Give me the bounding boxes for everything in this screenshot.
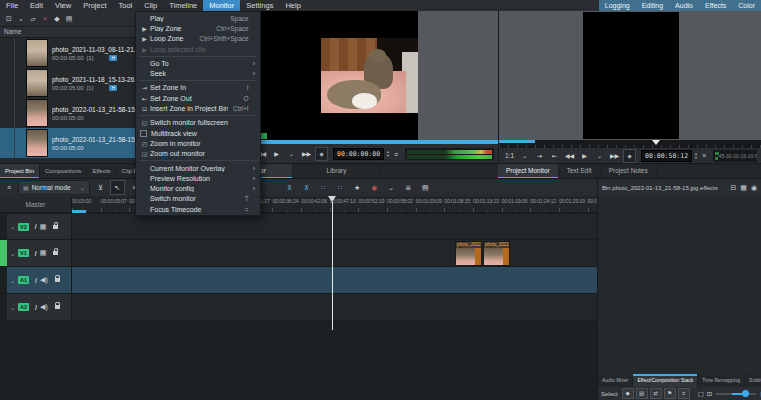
timeline-track[interactable]: ⌄ A1 / ◀) (0, 267, 597, 294)
menu-item[interactable]: Play Space › (136, 13, 260, 23)
track-header[interactable]: ⌄ A2 / ◀) (0, 294, 72, 321)
zone-in-button[interactable]: ⇥ (533, 149, 546, 163)
menubar-item[interactable]: Monitor (203, 0, 240, 11)
pan-monitor-button[interactable]: ◈ (315, 147, 328, 161)
play-button[interactable]: ▶ (578, 149, 591, 163)
zoom-frame-button[interactable]: ⊡ (707, 390, 712, 398)
show-effects-icon[interactable]: ◉ (751, 184, 757, 192)
clip-thumbnail[interactable] (26, 39, 48, 67)
clip-thumbnail[interactable] (26, 69, 48, 97)
track-lane[interactable] (72, 294, 597, 321)
menu-item[interactable]: ▶ Loop Zone Ctrl+Shift+Space › (136, 34, 260, 44)
mix-clips-button[interactable]: ⊼ (283, 184, 296, 192)
track-lane[interactable] (72, 267, 597, 294)
chevron-down-icon[interactable]: ⌄ (10, 223, 15, 230)
play-options-chevron[interactable]: ⌄ (593, 149, 606, 163)
chevron-down-icon[interactable]: ⌄ (10, 277, 15, 284)
edit-track-icon[interactable]: / (35, 277, 37, 284)
workspace-button[interactable]: Color (732, 0, 761, 11)
bin-tab[interactable]: Project Bin (0, 164, 40, 179)
menu-item[interactable]: Focus Timecode = › (136, 204, 260, 214)
menu-item[interactable]: ⇤ Set Zone Out O › (136, 93, 260, 103)
timeline-settings-icon[interactable]: ≡ (3, 184, 15, 191)
menu-item[interactable]: ⇥ Set Zone In I › (136, 83, 260, 93)
edit-mode-combobox[interactable]: ▤ Normal mode ⌄ (18, 180, 90, 195)
menubar-item[interactable]: Clip (138, 0, 163, 11)
add-clip-button[interactable]: ⊡ (3, 15, 15, 23)
menubar-item[interactable]: Tool (113, 0, 139, 11)
effect-panel-tab[interactable]: Time Remapping (698, 374, 745, 387)
menu-item[interactable]: ◰ Zoom in monitor › (136, 138, 260, 148)
menubar-item[interactable]: Project (77, 0, 112, 11)
track-header[interactable]: ⌄ V1 / ▦ (0, 240, 72, 267)
workspace-button[interactable]: Logging (599, 0, 636, 11)
monitor-menu-icon[interactable]: ≡ (394, 151, 398, 158)
select-tool-button[interactable]: ↖ (110, 180, 125, 195)
zoom-slider-handle[interactable] (742, 390, 749, 397)
monitor-zoom-level[interactable]: 1:1 (503, 149, 516, 163)
clip-monitor-timecode[interactable]: 00:00:00:00 (333, 148, 384, 160)
tag-button[interactable]: ◆ (51, 15, 63, 23)
play-button[interactable]: ▶ (270, 147, 283, 161)
timeline-zone-bar[interactable] (72, 210, 86, 213)
save-effect-stack-icon[interactable]: ⊟ (730, 184, 736, 192)
project-monitor-tab[interactable]: Project Notes (601, 164, 657, 179)
record-options-chevron[interactable]: ⌄ (385, 184, 398, 192)
workspace-button[interactable]: Audio (669, 0, 699, 11)
zoom-level-chevron[interactable]: ⌄ (518, 149, 531, 163)
flag-button[interactable]: ⚑ (664, 388, 676, 399)
track-name-badge[interactable]: V2 (18, 223, 29, 231)
save-stack-button[interactable]: ▤ (636, 388, 648, 399)
play-options-chevron[interactable]: ⌄ (285, 147, 298, 161)
clip-thumbnail[interactable] (26, 99, 48, 127)
effect-panel-tab[interactable]: Audio Mixer (598, 374, 633, 387)
insert-zone-button[interactable]: ⊼ (300, 184, 313, 192)
mix-tool-button[interactable]: ⊻ (93, 180, 108, 195)
timeline-clip[interactable]: photo_2022-01-13_21-58-15.jpg (455, 241, 482, 266)
subtitle-button[interactable]: ▤ (419, 184, 432, 192)
menu-item[interactable]: ◲ Zoom out monitor › (136, 149, 260, 159)
clip-thumbnail[interactable] (26, 129, 48, 157)
workspace-button[interactable]: Editing (636, 0, 669, 11)
zone-out-button[interactable]: ⇤ (548, 149, 561, 163)
master-track-button[interactable]: Master (0, 196, 72, 213)
project-monitor-timecode[interactable]: 00:00:50:12 (641, 150, 692, 162)
favorite-effects-button[interactable]: ★ (351, 184, 364, 192)
monitor-tab[interactable]: Library (293, 164, 381, 179)
menubar-item[interactable]: Timeline (163, 0, 203, 11)
timeline-clip[interactable]: photo_2022-01-13_21-58-15.jpg (483, 241, 510, 266)
timeline-track[interactable]: ⌄ A2 / ◀) (0, 294, 597, 321)
track-name-badge[interactable]: A1 (18, 276, 29, 284)
extract-zone-button[interactable]: ∷ (334, 184, 347, 192)
track-media-icon[interactable]: ▦ (40, 249, 47, 257)
monitor-menu-icon[interactable]: ≡ (702, 152, 706, 159)
builtin-effects-icon[interactable]: ▦ (740, 184, 747, 192)
chevron-down-icon[interactable]: ⌄ (10, 304, 15, 311)
track-header[interactable]: ⌄ A1 / ◀) (0, 267, 72, 294)
fast-forward-button[interactable]: ▶▶ (300, 147, 313, 161)
menu-item[interactable]: Current Monitor Overlay › (136, 163, 260, 173)
menubar-item[interactable]: Edit (24, 0, 49, 11)
add-clip-chevron[interactable]: ⌄ (15, 15, 27, 23)
menu-item[interactable]: Preview Resolution › (136, 173, 260, 183)
project-monitor-zone-bar[interactable] (499, 140, 535, 143)
tag-filter-button[interactable]: ◆ (622, 388, 634, 399)
chevron-down-icon[interactable]: ⌄ (10, 250, 15, 257)
track-lane[interactable] (72, 240, 597, 267)
project-monitor-tab[interactable]: Project Monitor (498, 164, 559, 179)
open-folder-button[interactable]: ▱ (27, 15, 39, 23)
switch-order-button[interactable]: ⇄ (650, 388, 662, 399)
lock-icon[interactable] (55, 278, 60, 282)
lock-icon[interactable] (55, 305, 60, 309)
track-lane[interactable] (72, 214, 597, 240)
bin-tab[interactable]: Effects (87, 164, 116, 179)
workspace-button[interactable]: Effects (699, 0, 732, 11)
view-mode-button[interactable]: ▤ (63, 15, 75, 23)
project-monitor-viewport[interactable] (499, 11, 761, 140)
rewind-button[interactable]: ◀◀ (563, 149, 576, 163)
track-header[interactable]: ⌄ V2 / ▦ (0, 214, 72, 240)
menu-item[interactable]: ▶ Play Zone Ctrl+Space › (136, 23, 260, 33)
fast-forward-button[interactable]: ▶▶ (608, 149, 621, 163)
menubar-item[interactable]: Help (279, 0, 306, 11)
menu-item[interactable]: Seek › (136, 68, 260, 78)
